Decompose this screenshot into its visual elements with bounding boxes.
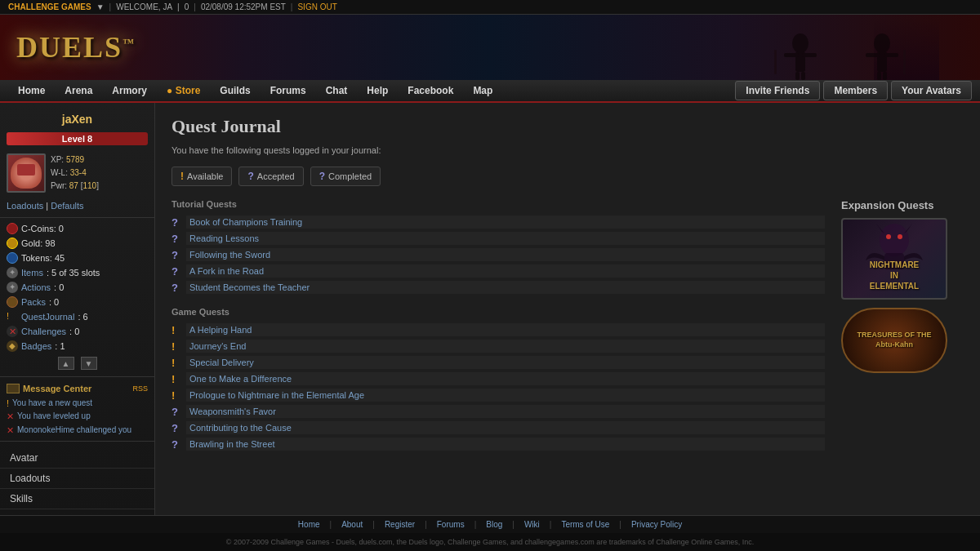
loadouts-link[interactable]: Loadouts	[7, 201, 43, 211]
msg-new-quest-link[interactable]: You have a new quest	[12, 398, 92, 407]
quest-following-sword[interactable]: Following the Sword	[186, 248, 825, 261]
list-item: ! Prologue to Nightmare in the Elemental…	[172, 387, 825, 403]
accepted-label: Accepted	[257, 171, 295, 181]
quest-exclaim-icon: !	[172, 373, 183, 385]
packs-link[interactable]: Packs	[21, 297, 46, 307]
nav-store[interactable]: ● Store	[157, 82, 210, 100]
nav-your-avatars[interactable]: Your Avatars	[891, 81, 972, 100]
list-item: ? Contributing to the Cause	[172, 420, 825, 436]
quest-book-champions[interactable]: Book of Champions Training	[186, 216, 825, 229]
badges-link[interactable]: Badges	[21, 341, 51, 351]
tutorial-quests: Tutorial Quests ? Book of Champions Trai…	[172, 199, 825, 295]
defaults-link[interactable]: Defaults	[51, 201, 83, 211]
footer-blog-link[interactable]: Blog	[486, 520, 502, 529]
tab-available[interactable]: ! Available	[172, 167, 232, 186]
avatar[interactable]	[7, 153, 46, 193]
nav-forums[interactable]: Forums	[261, 82, 316, 100]
svg-rect-5	[801, 72, 805, 80]
list-item: ? Brawling in the Street	[172, 436, 825, 452]
footer-legal: © 2007-2009 Challenge Games - Duels, due…	[0, 533, 980, 551]
site-title: DUELS™	[0, 30, 152, 64]
nav-members[interactable]: Members	[823, 81, 888, 100]
expansion-nightmare-img[interactable]: NIGHTMAREINELEMENTAL	[841, 218, 947, 300]
tab-accepted[interactable]: ? Accepted	[238, 167, 303, 186]
nav-help[interactable]: Help	[357, 82, 398, 100]
main-nav: Home Arena Armory ● Store Guilds Forums …	[8, 81, 972, 100]
quest-status-tabs: ! Available ? Accepted ? Completed	[172, 167, 964, 186]
list-item: ? Book of Champions Training	[172, 214, 825, 230]
svg-rect-11	[877, 72, 881, 80]
quest-journeys-end[interactable]: Journey's End	[186, 340, 825, 353]
actions-link[interactable]: Actions	[21, 282, 51, 292]
footer-home-link[interactable]: Home	[298, 520, 320, 529]
svg-marker-16	[904, 224, 912, 233]
nav-arena[interactable]: Arena	[55, 82, 102, 100]
tab-completed[interactable]: ? Completed	[310, 167, 381, 186]
rss-icon[interactable]: RSS	[132, 384, 148, 393]
nav-bar: Home Arena Armory ● Store Guilds Forums …	[0, 80, 980, 103]
available-icon: !	[180, 171, 184, 182]
quest-contributing[interactable]: Contributing to the Cause	[186, 421, 825, 434]
quest-weaponsmith[interactable]: Weaponsmith's Favor	[186, 405, 825, 418]
msg-leveled-up-link[interactable]: You have leveled up	[17, 411, 91, 420]
quest-special-delivery[interactable]: Special Delivery	[186, 356, 825, 369]
quest-reading-lessons[interactable]: Reading Lessons	[186, 232, 825, 245]
footer-forums-link[interactable]: Forums	[437, 520, 465, 529]
scroll-up-btn[interactable]: ▲	[58, 357, 74, 370]
sidebar-nav-avatar[interactable]: Avatar	[0, 448, 154, 469]
credits-count: 0	[185, 2, 189, 11]
list-item: ? Following the Sword	[172, 247, 825, 263]
quest-fork-road[interactable]: A Fork in the Road	[186, 264, 825, 278]
msg-new-quest: ! You have a new quest	[0, 397, 154, 410]
game-quests: Game Quests ! A Helping Hand ! Journey's…	[172, 307, 825, 452]
dropdown-icon[interactable]: ▼	[96, 2, 105, 11]
quest-intro: You have the following quests logged in …	[172, 145, 964, 155]
footer-about-link[interactable]: About	[341, 520, 363, 529]
svg-rect-2	[784, 53, 799, 57]
top-bar: CHALLENGE GAMES ▼ | WELCOME, JA | 0 | 02…	[0, 0, 980, 15]
nav-facebook[interactable]: Facebook	[398, 82, 463, 100]
nav-armory[interactable]: Armory	[102, 82, 157, 100]
scroll-down-btn[interactable]: ▼	[81, 357, 97, 370]
sign-out-link[interactable]: SIGN OUT	[297, 2, 336, 11]
packs-icon	[7, 296, 18, 308]
sidebar-nav-loadouts[interactable]: Loadouts	[0, 469, 154, 489]
nav-guilds[interactable]: Guilds	[210, 82, 260, 100]
msg-challenge-link[interactable]: MononokeHime challenged you	[17, 425, 131, 434]
footer-privacy-link[interactable]: Privacy Policy	[631, 520, 682, 529]
footer-wiki-link[interactable]: Wiki	[524, 520, 540, 529]
accepted-icon: ?	[247, 171, 253, 182]
quest-prologue-nightmare[interactable]: Prologue to Nightmare in the Elemental A…	[186, 389, 825, 402]
footer-terms-link[interactable]: Terms of Use	[561, 520, 609, 529]
list-item: ? Weaponsmith's Favor	[172, 403, 825, 420]
sidebar-links: Loadouts | Defaults	[0, 198, 154, 214]
expansion-title: Expansion Quests	[841, 199, 964, 211]
divider-3	[0, 441, 154, 442]
quest-helping-hand[interactable]: A Helping Hand	[186, 323, 825, 336]
page-title: Quest Journal	[172, 116, 964, 137]
svg-rect-12	[883, 72, 887, 80]
list-item: ? A Fork in the Road	[172, 263, 825, 279]
footer-register-link[interactable]: Register	[385, 520, 415, 529]
quest-brawling[interactable]: Brawling in the Street	[186, 438, 825, 451]
footer: Home | About | Register | Forums | Blog …	[0, 515, 980, 533]
quest-student-teacher[interactable]: Student Becomes the Teacher	[186, 281, 825, 294]
expansion-abtukahn-img[interactable]: TREASURES OF THEAbtu-Kahn	[841, 308, 947, 373]
quest-exclaim-icon: !	[172, 324, 183, 336]
quests-left: Tutorial Quests ? Book of Champions Trai…	[172, 199, 825, 464]
sidebar-nav-skills[interactable]: Skills	[0, 489, 154, 509]
svg-point-18	[898, 234, 902, 239]
nav-map[interactable]: Map	[463, 82, 502, 100]
nav-chat[interactable]: Chat	[316, 82, 358, 100]
nav-home[interactable]: Home	[8, 82, 55, 100]
items-link[interactable]: Items	[21, 268, 43, 278]
nav-invite-friends[interactable]: Invite Friends	[735, 81, 820, 100]
list-item: ? Student Becomes the Teacher	[172, 279, 825, 295]
challenges-link[interactable]: Challenges	[21, 327, 66, 336]
questjournal-link[interactable]: QuestJournal	[21, 312, 74, 322]
quest-one-difference[interactable]: One to Make a Difference	[186, 372, 825, 385]
list-item: ! Special Delivery	[172, 354, 825, 371]
actions-icon: ✦	[7, 282, 18, 293]
quest-q-icon: ?	[172, 233, 183, 245]
tokens-icon	[7, 252, 18, 264]
